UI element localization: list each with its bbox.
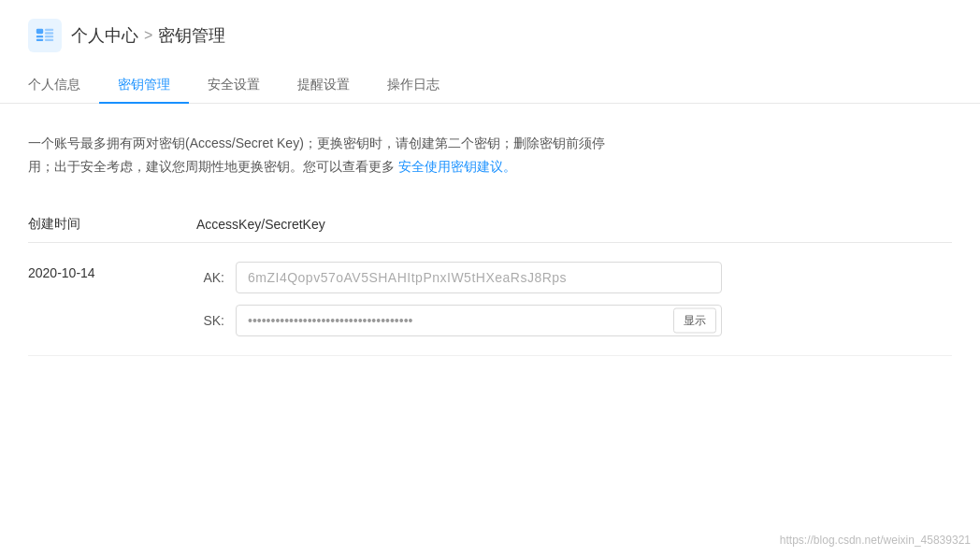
table-header: 创建时间 AccessKey/SecretKey (28, 207, 952, 243)
breadcrumb-root: 个人中心 (71, 24, 138, 47)
show-sk-button[interactable]: 显示 (673, 308, 716, 334)
ak-field-row: AK: (196, 262, 952, 293)
personal-center-icon (28, 19, 62, 52)
breadcrumb-separator: > (144, 27, 152, 44)
svg-rect-6 (45, 39, 53, 41)
nav-tabs: 个人信息 密钥管理 安全设置 提醒设置 操作日志 (0, 67, 980, 104)
tab-operation-log[interactable]: 操作日志 (368, 67, 458, 103)
svg-rect-2 (36, 39, 43, 41)
ak-input-wrapper (236, 262, 722, 293)
col-date-header: 创建时间 (28, 216, 196, 233)
sk-input[interactable] (236, 305, 722, 336)
date-cell: 2020-10-14 (28, 262, 196, 280)
watermark: https://blog.csdn.net/weixin_45839321 (780, 534, 971, 547)
content-area: 一个账号最多拥有两对密钥(Access/Secret Key)；更换密钥时，请创… (0, 104, 980, 384)
col-key-header: AccessKey/SecretKey (196, 217, 952, 232)
tab-reminder-settings[interactable]: 提醒设置 (279, 67, 368, 103)
security-link[interactable]: 安全使用密钥建议。 (398, 159, 516, 174)
info-text-line2: 用；出于安全考虑，建议您周期性地更换密钥。您可以查看更多 (28, 159, 395, 174)
svg-rect-5 (45, 36, 53, 37)
svg-rect-0 (36, 29, 43, 35)
breadcrumb-current: 密钥管理 (158, 24, 225, 47)
svg-rect-3 (45, 29, 53, 31)
sk-input-wrapper: 显示 (236, 305, 722, 336)
info-text-line1: 一个账号最多拥有两对密钥(Access/Secret Key)；更换密钥时，请创… (28, 135, 605, 150)
sk-label: SK: (196, 313, 224, 328)
page-container: 个人中心 > 密钥管理 个人信息 密钥管理 安全设置 提醒设置 操作日志 一个账… (0, 0, 980, 556)
svg-rect-4 (45, 32, 53, 34)
breadcrumb: 个人中心 > 密钥管理 (71, 24, 225, 47)
tab-personal-info[interactable]: 个人信息 (28, 67, 99, 103)
ak-input[interactable] (236, 262, 722, 293)
header: 个人中心 > 密钥管理 (0, 0, 980, 67)
info-text-block: 一个账号最多拥有两对密钥(Access/Secret Key)；更换密钥时，请创… (28, 132, 683, 178)
sk-field-row: SK: 显示 (196, 305, 952, 336)
key-fields: AK: SK: 显示 (196, 262, 952, 336)
ak-label: AK: (196, 270, 224, 285)
tab-security-settings[interactable]: 安全设置 (189, 67, 279, 103)
tab-key-management[interactable]: 密钥管理 (99, 67, 189, 103)
key-table-row: 2020-10-14 AK: SK: 显示 (28, 243, 952, 356)
svg-rect-1 (36, 36, 43, 37)
